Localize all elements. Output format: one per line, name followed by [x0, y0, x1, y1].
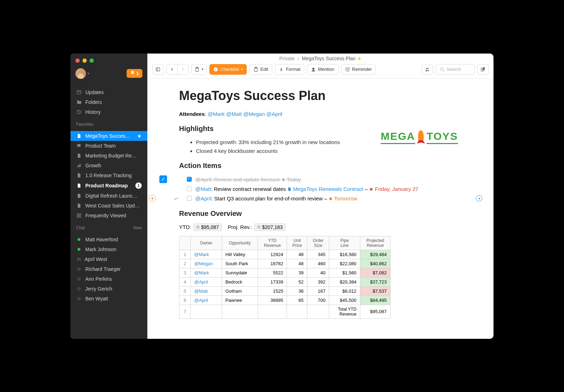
- chat-item[interactable]: Ann Perkins: [70, 274, 147, 284]
- column-header[interactable]: [179, 236, 191, 250]
- ytd-formula[interactable]: fx$95,087: [193, 223, 222, 231]
- sidebar-item[interactable]: Digital Refresh Launc…: [70, 191, 147, 201]
- table-row[interactable]: 2 @Megan South Park 18782 48 460 $22,080…: [179, 259, 391, 268]
- svg-line-31: [373, 187, 373, 188]
- expand-row-button[interactable]: ▾: [476, 195, 482, 201]
- column-header[interactable]: YTDRevenue: [258, 236, 287, 250]
- column-header[interactable]: Owner: [191, 236, 222, 250]
- notifications-count: 1: [136, 71, 139, 76]
- due-date[interactable]: Tomorrow: [329, 195, 357, 201]
- favorites-heading: Favorites: [70, 119, 147, 129]
- document-body[interactable]: MegaToys Success Plan MEGA TOYS Attendee…: [147, 79, 494, 339]
- checkbox[interactable]: [187, 196, 192, 201]
- column-header[interactable]: ProjectedRevenue: [360, 236, 391, 250]
- mention[interactable]: @Mark: [191, 268, 222, 277]
- column-header[interactable]: OrderSize: [307, 236, 329, 250]
- checkbox[interactable]: [187, 177, 192, 182]
- action-item[interactable]: +▴▾ @April: Start Q3 account plan for en…: [179, 194, 462, 203]
- doc-icon: [76, 153, 82, 158]
- drag-handle-icon[interactable]: ▴▾: [174, 196, 178, 201]
- sidebar-item[interactable]: MegaToys Succes…★: [70, 131, 147, 141]
- doc-icon: [76, 193, 82, 199]
- nav-item-history[interactable]: History: [70, 107, 147, 117]
- compose-button[interactable]: [477, 64, 489, 75]
- column-header[interactable]: Opportunity: [222, 236, 258, 250]
- table-row[interactable]: 4 @April Bedrock 17339 52 392 $20,384 $3…: [179, 277, 391, 286]
- breadcrumb-root[interactable]: Private: [279, 56, 295, 61]
- star-icon[interactable]: ★: [357, 56, 362, 61]
- close-window-button[interactable]: [75, 58, 80, 63]
- action-item[interactable]: @Matt: Review contract renewal dates Meg…: [179, 184, 462, 194]
- toggle-sidebar-button[interactable]: [152, 64, 164, 75]
- copy-menu-button[interactable]: ▾: [191, 64, 207, 75]
- mention[interactable]: @April: [195, 195, 211, 201]
- table-row[interactable]: 5 @Matt Gotham 1525 36 167 $6,012 $7,537: [179, 286, 391, 295]
- nav-item-folders[interactable]: Folders: [70, 97, 147, 107]
- svg-point-32: [329, 198, 332, 200]
- back-button[interactable]: [166, 64, 178, 75]
- mention[interactable]: @April: [191, 295, 222, 305]
- svg-line-21: [345, 67, 346, 68]
- revenue-table[interactable]: OwnerOpportunityYTDRevenueUnitPriceOrder…: [179, 236, 391, 319]
- doc-icon: [76, 203, 82, 209]
- column-header[interactable]: PipeLine: [329, 236, 360, 250]
- chat-item[interactable]: Ben Wyatt: [70, 294, 147, 304]
- svg-rect-10: [79, 216, 81, 217]
- breadcrumb-doc[interactable]: MegaToys Success Plan: [302, 56, 356, 61]
- checklist-toggle-icon[interactable]: ✓: [159, 175, 167, 183]
- sidebar-item[interactable]: Product Team: [70, 141, 147, 151]
- mention[interactable]: @April: [266, 111, 282, 117]
- share-button[interactable]: [422, 64, 433, 75]
- checkbox[interactable]: [187, 186, 192, 191]
- checklist: ✓ @April: Review and update forecast Tod…: [179, 175, 462, 203]
- presence-icon: [78, 238, 80, 241]
- sidebar-item[interactable]: Frequently Viewed: [70, 211, 147, 220]
- sidebar-item[interactable]: Marketing Budget Re…: [70, 151, 147, 161]
- table-row[interactable]: 1 @Mark Hill Valley 12924 48 345 $16,560…: [179, 250, 391, 259]
- mention[interactable]: @Megan: [191, 259, 222, 268]
- mention-button[interactable]: Mention: [307, 64, 338, 75]
- svg-line-33: [329, 197, 330, 198]
- format-button[interactable]: Format: [275, 64, 304, 75]
- checklist-button[interactable]: Checklist ▾: [209, 64, 247, 75]
- search-icon: [440, 67, 445, 72]
- column-header[interactable]: UnitPrice: [287, 236, 307, 250]
- mention[interactable]: @Matt: [191, 286, 222, 295]
- mention[interactable]: @Megan: [243, 111, 265, 117]
- minimize-window-button[interactable]: [82, 58, 87, 63]
- mention[interactable]: @Matt: [226, 111, 242, 117]
- doc-link[interactable]: MegaToys Renewals Contract: [287, 186, 363, 192]
- sidebar-item[interactable]: Product Roadmap1: [70, 180, 147, 191]
- add-item-button[interactable]: +: [149, 195, 156, 202]
- page-title: MegaToys Success Plan: [179, 88, 462, 103]
- mention[interactable]: @Mark: [191, 250, 222, 259]
- table-row[interactable]: 6 @April Pawnee 38995 65 700 $45,500 $84…: [179, 295, 391, 305]
- account-menu[interactable]: ▾: [75, 68, 89, 79]
- proj-formula[interactable]: fx$207,183: [254, 223, 286, 231]
- reminder-button[interactable]: Reminder: [341, 64, 376, 75]
- notifications-button[interactable]: 1: [127, 69, 142, 78]
- forward-button[interactable]: [177, 64, 189, 75]
- chat-item[interactable]: Richard Traeger: [70, 264, 147, 274]
- chat-item[interactable]: Jerry Gerich: [70, 284, 147, 294]
- mention[interactable]: @April: [191, 277, 222, 286]
- table-total-row[interactable]: 7 Total YTDRevenue$95,087: [179, 305, 391, 318]
- nav-item-updates[interactable]: Updates: [70, 87, 147, 97]
- presence-icon: [78, 287, 80, 290]
- action-item[interactable]: ✓ @April: Review and update forecast Tod…: [179, 175, 462, 184]
- due-date[interactable]: Friday, January 27: [369, 186, 418, 192]
- sidebar-item[interactable]: Growth: [70, 161, 147, 170]
- table-row[interactable]: 3 @Mark Sunnydale 5522 39 40 $1,560 $7,0…: [179, 268, 391, 277]
- search-input[interactable]: Search: [436, 64, 474, 75]
- mention[interactable]: @Matt: [195, 186, 211, 192]
- chat-item[interactable]: Mark Johnson: [70, 244, 147, 254]
- new-chat-button[interactable]: New: [133, 225, 142, 230]
- edit-button[interactable]: Edit: [250, 64, 272, 75]
- sidebar-item[interactable]: West Coast Sales Upd…: [70, 201, 147, 211]
- mention[interactable]: @Mark: [208, 111, 225, 117]
- chat-item[interactable]: 1hApril West: [70, 254, 147, 264]
- sidebar-item[interactable]: 1.0 Release Tracking: [70, 170, 147, 180]
- chat-item[interactable]: Matt Haverford: [70, 235, 147, 244]
- maximize-window-button[interactable]: [90, 58, 94, 63]
- presence-icon: [78, 278, 80, 280]
